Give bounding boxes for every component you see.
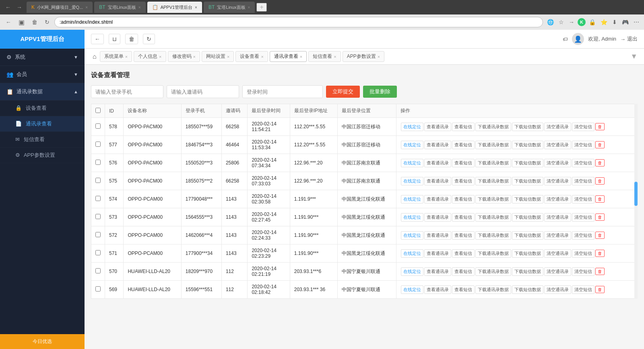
action-btn-4[interactable]: 下载短信数据 (512, 177, 543, 185)
action-btn-3[interactable]: 下载通讯录数据 (475, 123, 511, 131)
action-btn-2[interactable]: 查看短信 (452, 213, 475, 222)
forward-button[interactable]: → (14, 3, 24, 11)
breadcrumb-tab-contacts[interactable]: 通讯录查看 × (270, 51, 307, 62)
action-btn-6[interactable]: 清空短信 (572, 285, 594, 294)
phone-filter-input[interactable] (91, 85, 163, 98)
action-btn-2[interactable]: 查看短信 (452, 285, 475, 294)
toolbar-back-button[interactable]: ← (91, 34, 104, 44)
breadcrumb-website-close[interactable]: × (227, 54, 229, 59)
action-btn-6[interactable]: 清空短信 (572, 159, 594, 167)
breadcrumb-home[interactable]: ⌂ (91, 51, 98, 62)
action-btn-0[interactable]: 在线定位 (401, 249, 423, 258)
invite-filter-input[interactable] (167, 85, 239, 98)
addr-delete-button[interactable]: 🗑 (29, 18, 40, 26)
sidebar-item-member[interactable]: 👥 会员 ▼ (0, 66, 85, 83)
action-btn-0[interactable]: 在线定位 (401, 177, 423, 185)
scrollbar-thumb[interactable] (634, 182, 638, 206)
action-btn-4[interactable]: 下载短信数据 (512, 249, 543, 258)
action-btn-4[interactable]: 下载短信数据 (512, 195, 543, 203)
action-btn-7[interactable]: 🗑 (595, 286, 605, 293)
addr-download-button[interactable]: ⬇ (611, 18, 619, 26)
action-btn-1[interactable]: 查看通讯录 (424, 159, 451, 167)
sidebar-sub-app-settings[interactable]: ⚙ APP参数设置 (0, 148, 85, 163)
action-btn-4[interactable]: 下载短信数据 (512, 123, 543, 131)
action-btn-6[interactable]: 清空短信 (572, 195, 594, 203)
action-btn-6[interactable]: 清空短信 (572, 231, 594, 240)
row-checkbox[interactable] (95, 142, 101, 147)
action-btn-2[interactable]: 查看短信 (452, 141, 475, 149)
action-btn-6[interactable]: 清空短信 (572, 141, 594, 149)
action-btn-7[interactable]: 🗑 (595, 232, 605, 239)
action-btn-6[interactable]: 清空短信 (572, 123, 594, 131)
submit-button[interactable]: 立即提交 (326, 86, 360, 98)
action-btn-1[interactable]: 查看通讯录 (424, 177, 451, 185)
action-btn-7[interactable]: 🗑 (595, 250, 605, 257)
action-btn-1[interactable]: 查看通讯录 (424, 231, 451, 240)
action-btn-5[interactable]: 清空通讯录 (544, 177, 571, 185)
action-btn-5[interactable]: 清空通讯录 (544, 141, 571, 149)
addr-arrow-button[interactable]: → (567, 18, 576, 26)
action-btn-0[interactable]: 在线定位 (401, 159, 423, 167)
breadcrumb-password-close[interactable]: × (193, 54, 196, 59)
action-btn-4[interactable]: 下载短信数据 (512, 267, 543, 276)
sidebar-item-system[interactable]: ⚙ 系统 ▼ (0, 49, 85, 66)
tab-2-close[interactable]: × (138, 5, 141, 10)
select-all-checkbox[interactable] (95, 108, 101, 113)
toolbar-grid-button[interactable]: ⊔ (109, 34, 120, 44)
toolbar-delete-button[interactable]: 🗑 (125, 34, 138, 44)
action-btn-6[interactable]: 清空短信 (572, 213, 594, 222)
action-btn-6[interactable]: 清空短信 (572, 267, 594, 276)
date-filter-input[interactable] (242, 85, 323, 98)
action-btn-5[interactable]: 清空通讯录 (544, 267, 571, 276)
action-btn-0[interactable]: 在线定位 (401, 195, 423, 203)
action-btn-1[interactable]: 查看通讯录 (424, 141, 451, 149)
action-btn-0[interactable]: 在线定位 (401, 267, 423, 276)
row-checkbox[interactable] (95, 196, 101, 201)
action-btn-0[interactable]: 在线定位 (401, 231, 423, 240)
action-btn-7[interactable]: 🗑 (595, 159, 605, 166)
browser-tab-2[interactable]: BT 宝塔Linux面板 × (94, 2, 145, 13)
addr-refresh-button[interactable]: ▣ (16, 18, 27, 27)
addr-star-button[interactable]: ☆ (557, 18, 566, 26)
action-btn-3[interactable]: 下载通讯录数据 (475, 141, 511, 149)
action-btn-7[interactable]: 🗑 (595, 141, 605, 148)
row-checkbox[interactable] (95, 160, 101, 165)
row-checkbox[interactable] (95, 178, 101, 183)
action-btn-3[interactable]: 下载通讯录数据 (475, 267, 511, 276)
action-btn-2[interactable]: 查看短信 (452, 123, 475, 131)
action-btn-3[interactable]: 下载通讯录数据 (475, 159, 511, 167)
action-btn-4[interactable]: 下载短信数据 (512, 141, 543, 149)
row-checkbox[interactable] (95, 286, 101, 292)
action-btn-3[interactable]: 下载通讯录数据 (475, 213, 511, 222)
tab-3-close[interactable]: × (195, 5, 197, 10)
action-btn-4[interactable]: 下载短信数据 (512, 159, 543, 167)
browser-tab-1[interactable]: K 小K网_网赚项目_爱Q... × (27, 2, 93, 13)
action-btn-3[interactable]: 下载通讯录数据 (475, 231, 511, 240)
scrollbar-right[interactable] (634, 104, 638, 299)
sidebar-item-contacts-data[interactable]: 📋 通讯录数据 ▲ (0, 83, 85, 101)
breadcrumb-sms-close[interactable]: × (334, 54, 336, 59)
breadcrumb-profile-close[interactable]: × (159, 54, 161, 59)
tab-4-close[interactable]: × (248, 5, 250, 10)
batch-delete-button[interactable]: 批量删除 (363, 86, 397, 98)
action-btn-0[interactable]: 在线定位 (401, 213, 423, 222)
back-button[interactable]: ← (3, 3, 13, 11)
action-btn-5[interactable]: 清空通讯录 (544, 159, 571, 167)
action-btn-3[interactable]: 下载通讯录数据 (475, 177, 511, 185)
breadcrumb-tab-password[interactable]: 修改密码 × (168, 51, 200, 62)
addr-reload-button[interactable]: ↻ (42, 18, 52, 26)
breadcrumb-tab-device[interactable]: 设备查看 × (235, 51, 268, 62)
action-btn-6[interactable]: 清空短信 (572, 249, 594, 258)
action-btn-7[interactable]: 🗑 (595, 123, 605, 130)
row-checkbox[interactable] (95, 250, 101, 255)
breadcrumb-app-close[interactable]: × (378, 54, 380, 59)
addr-back-button[interactable]: ← (3, 18, 14, 26)
action-btn-2[interactable]: 查看短信 (452, 177, 475, 185)
addr-star2-button[interactable]: ⭐ (599, 18, 609, 26)
breadcrumb-tab-app[interactable]: APP参数设置 × (343, 51, 384, 62)
action-btn-7[interactable]: 🗑 (595, 268, 605, 275)
action-btn-1[interactable]: 查看通讯录 (424, 123, 451, 131)
action-btn-5[interactable]: 清空通讯录 (544, 123, 571, 131)
breadcrumb-tab-system[interactable]: 系统菜单 × (100, 51, 132, 62)
action-btn-0[interactable]: 在线定位 (401, 141, 423, 149)
